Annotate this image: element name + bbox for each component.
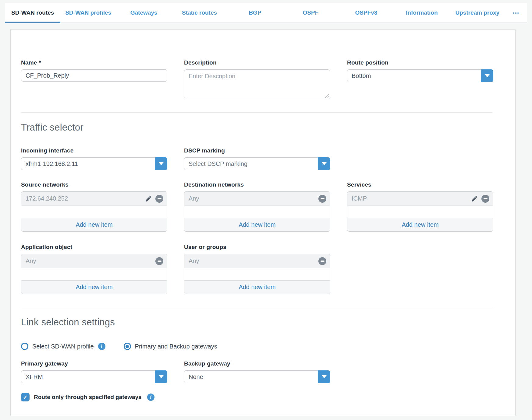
primary-backup-gateways-radio[interactable] — [124, 343, 131, 350]
remove-minus-icon[interactable] — [318, 257, 326, 265]
services-add-new-item-button[interactable]: Add new item — [347, 218, 493, 231]
sdwan-route-form-card: Name * Description Route position Bottom… — [10, 29, 516, 416]
application-object-listbox: Any Add new item — [21, 254, 167, 294]
list-item: 172.64.240.252 — [21, 192, 167, 206]
tab-ospf[interactable]: OSPF — [283, 3, 338, 23]
backup-gateway-dropdown-button[interactable] — [318, 370, 330, 383]
info-icon[interactable]: i — [98, 343, 105, 350]
primary-gateway-dropdown-button[interactable] — [155, 370, 167, 383]
tab-bar: SD-WAN routes SD-WAN profiles Gateways S… — [5, 3, 527, 23]
user-or-groups-label: User or groups — [184, 244, 330, 250]
tab-gateways[interactable]: Gateways — [116, 3, 172, 23]
tab-overflow-ellipsis-icon[interactable]: ••• — [505, 3, 527, 23]
route-position-dropdown-button[interactable] — [481, 69, 493, 82]
tab-sdwan-routes[interactable]: SD-WAN routes — [5, 3, 60, 23]
remove-minus-icon[interactable] — [155, 195, 163, 203]
remove-minus-icon[interactable] — [481, 195, 489, 203]
name-input[interactable] — [21, 69, 167, 82]
user-or-groups-item-text: Any — [189, 257, 318, 264]
name-label: Name * — [21, 59, 167, 66]
info-icon[interactable]: i — [147, 394, 154, 401]
tab-sdwan-profiles[interactable]: SD-WAN profiles — [60, 3, 116, 23]
primary-gateway-value: XFRM — [21, 373, 43, 380]
select-sdwan-profile-radio[interactable] — [21, 343, 28, 350]
application-object-item-text: Any — [26, 257, 155, 264]
chevron-down-icon — [159, 162, 164, 165]
primary-gateway-label: Primary gateway — [21, 360, 167, 367]
primary-gateway-select[interactable]: XFRM — [21, 370, 167, 383]
incoming-interface-label: Incoming interface — [21, 147, 167, 154]
edit-pencil-icon[interactable] — [144, 195, 152, 203]
destination-networks-add-new-item-button[interactable]: Add new item — [184, 218, 330, 231]
application-object-label: Application object — [21, 244, 167, 250]
link-selection-settings-title: Link selection settings — [21, 317, 493, 328]
description-textarea[interactable] — [184, 69, 330, 99]
backup-gateway-label: Backup gateway — [184, 360, 330, 367]
incoming-interface-select[interactable]: xfrm1-192.168.2.11 — [21, 157, 167, 170]
incoming-interface-value: xfrm1-192.168.2.11 — [21, 160, 78, 167]
dscp-marking-label: DSCP marking — [184, 147, 330, 154]
destination-networks-field-group: Destination networks Any Add new item — [184, 181, 330, 232]
remove-minus-icon[interactable] — [318, 195, 326, 203]
source-network-item-text: 172.64.240.252 — [26, 195, 144, 202]
select-sdwan-profile-radio-label[interactable]: Select SD-WAN profile — [32, 343, 94, 350]
primary-gateway-field-group: Primary gateway XFRM — [21, 360, 167, 383]
backup-gateway-field-group: Backup gateway None — [184, 360, 330, 383]
services-field-group: Services ICMP Add new item — [347, 181, 493, 232]
application-object-field-group: Application object Any Add new item — [21, 244, 167, 294]
tab-information[interactable]: Information — [394, 3, 449, 23]
chevron-down-icon — [485, 74, 490, 77]
backup-gateway-select[interactable]: None — [184, 370, 330, 383]
destination-networks-listbox: Any Add new item — [184, 191, 330, 232]
route-only-through-specified-gateways-label[interactable]: Route only through specified gateways — [34, 394, 142, 401]
list-item: Any — [184, 192, 330, 206]
incoming-interface-field-group: Incoming interface xfrm1-192.168.2.11 — [21, 147, 167, 170]
user-or-groups-add-new-item-button[interactable]: Add new item — [184, 280, 330, 294]
route-only-through-specified-gateways-checkbox[interactable]: ✓ — [21, 393, 30, 401]
chevron-down-icon — [159, 375, 164, 378]
dscp-marking-select[interactable]: Select DSCP marking — [184, 157, 330, 170]
destination-network-item-text: Any — [189, 195, 318, 202]
service-item-text: ICMP — [352, 195, 470, 202]
incoming-interface-dropdown-button[interactable] — [155, 157, 167, 170]
tab-bgp[interactable]: BGP — [227, 3, 283, 23]
primary-backup-gateways-radio-label[interactable]: Primary and Backup gateways — [135, 343, 217, 350]
chevron-down-icon — [322, 162, 327, 165]
route-position-label: Route position — [347, 59, 493, 66]
services-listbox: ICMP Add new item — [347, 191, 493, 232]
chevron-down-icon — [322, 375, 327, 378]
section-divider — [21, 307, 493, 307]
route-position-field-group: Route position Bottom — [347, 59, 493, 100]
backup-gateway-value: None — [184, 373, 203, 380]
source-networks-listbox: 172.64.240.252 Add new item — [21, 191, 167, 232]
tab-ospfv3[interactable]: OSPFv3 — [339, 3, 394, 23]
tab-upstream-proxy[interactable]: Upstream proxy — [450, 3, 505, 23]
application-object-add-new-item-button[interactable]: Add new item — [21, 280, 167, 294]
traffic-selector-title: Traffic selector — [21, 122, 493, 133]
destination-networks-label: Destination networks — [184, 181, 330, 188]
user-or-groups-field-group: User or groups Any Add new item — [184, 244, 330, 294]
source-networks-label: Source networks — [21, 181, 167, 188]
route-position-value: Bottom — [347, 72, 371, 79]
list-item: Any — [21, 254, 167, 268]
services-label: Services — [347, 181, 493, 188]
route-position-select[interactable]: Bottom — [347, 69, 493, 82]
source-networks-add-new-item-button[interactable]: Add new item — [21, 218, 167, 231]
description-field-group: Description — [184, 59, 330, 100]
description-label: Description — [184, 59, 330, 66]
edit-pencil-icon[interactable] — [470, 195, 478, 203]
dscp-marking-dropdown-button[interactable] — [318, 157, 330, 170]
name-field-group: Name * — [21, 59, 167, 100]
source-networks-field-group: Source networks 172.64.240.252 Add new i… — [21, 181, 167, 232]
dscp-marking-value: Select DSCP marking — [184, 160, 247, 167]
list-item: ICMP — [347, 192, 493, 206]
list-item: Any — [184, 254, 330, 268]
user-or-groups-listbox: Any Add new item — [184, 254, 330, 294]
dscp-marking-field-group: DSCP marking Select DSCP marking — [184, 147, 330, 170]
tab-static-routes[interactable]: Static routes — [172, 3, 227, 23]
section-divider — [21, 112, 493, 113]
remove-minus-icon[interactable] — [155, 257, 163, 265]
